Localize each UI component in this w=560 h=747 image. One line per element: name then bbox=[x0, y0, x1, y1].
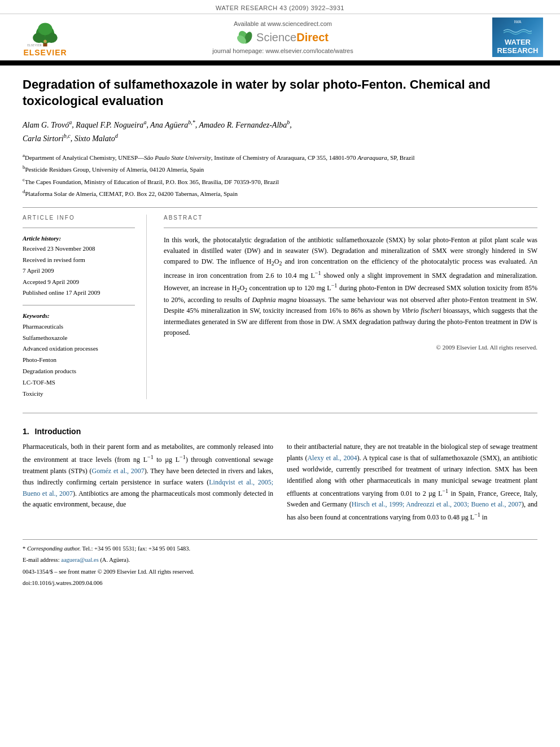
keyword-7: Toxicity bbox=[23, 388, 135, 400]
header-bar: ELSEVIER ELSEVIER Available at www.scien… bbox=[0, 14, 560, 62]
accepted-date: Accepted 9 April 2009 bbox=[23, 277, 135, 287]
history-label: Article history: bbox=[23, 235, 135, 242]
header-center: Available at www.sciencedirect.com Scien… bbox=[73, 20, 492, 54]
journal-homepage: journal homepage: www.elsevier.com/locat… bbox=[73, 47, 492, 54]
footnote-rights: 0043-1354/$ – see front matter © 2009 El… bbox=[23, 567, 537, 577]
keyword-6: LC-TOF-MS bbox=[23, 377, 135, 388]
published-online: Published online 17 April 2009 bbox=[23, 288, 135, 298]
keyword-1: Pharmaceuticals bbox=[23, 321, 135, 333]
abstract-header: ABSTRACT bbox=[164, 215, 537, 221]
abstract-section: ABSTRACT In this work, the photocatalyti… bbox=[164, 215, 537, 351]
received-revised-label: Received in revised form bbox=[23, 255, 135, 265]
article-content: Degradation of sulfamethoxazole in water… bbox=[0, 65, 560, 601]
article-info-col: ARTICLE INFO Article history: Received 2… bbox=[23, 215, 147, 400]
intro-columns: Pharmaceuticals, both in their parent fo… bbox=[23, 442, 537, 528]
footnotes: * Corresponding author. Tel.: +34 95 001… bbox=[23, 539, 537, 588]
divider-abs bbox=[164, 228, 537, 228]
svg-point-5 bbox=[43, 40, 46, 42]
copyright-text: © 2009 Elsevier Ltd. All rights reserved… bbox=[164, 344, 537, 351]
svg-text:ELSEVIER: ELSEVIER bbox=[27, 43, 42, 47]
divider-intro bbox=[23, 413, 537, 413]
intro-left-text: Pharmaceuticals, both in their parent fo… bbox=[23, 442, 273, 510]
two-col-section: ARTICLE INFO Article history: Received 2… bbox=[23, 215, 537, 400]
svg-point-4 bbox=[38, 23, 52, 35]
keyword-4: Photo-Fenton bbox=[23, 355, 135, 366]
article-info-header: ARTICLE INFO bbox=[23, 215, 135, 221]
divider-kw bbox=[23, 305, 135, 305]
divider-1 bbox=[23, 207, 537, 208]
affiliations: aDepartment of Analytical Chemistry, UNE… bbox=[23, 152, 537, 198]
intro-right-col: to their antibacterial nature, they are … bbox=[287, 442, 537, 528]
abstract-text: In this work, the photocatalytic degrada… bbox=[164, 235, 537, 338]
sciencedirect-text: ScienceDirect bbox=[256, 30, 329, 45]
page-wrapper: WATER RESEARCH 43 (2009) 3922–3931 ELSEV… bbox=[0, 0, 560, 747]
footnote-doi: doi:10.1016/j.watres.2009.04.006 bbox=[23, 579, 537, 588]
intro-title: 1. Introduction bbox=[23, 427, 537, 436]
revised-date: 7 April 2009 bbox=[23, 266, 135, 276]
intro-number: 1. bbox=[23, 427, 29, 436]
intro-title-text: Introduction bbox=[35, 427, 81, 436]
divider-ai bbox=[23, 228, 135, 228]
article-history: Article history: Received 23 November 20… bbox=[23, 235, 135, 298]
elsevier-logo: ELSEVIER ELSEVIER bbox=[17, 18, 73, 57]
introduction-section: 1. Introduction Pharmaceuticals, both in… bbox=[23, 427, 537, 528]
available-text: Available at www.sciencedirect.com bbox=[73, 20, 492, 27]
footnote-corresponding: * Corresponding author. Tel.: +34 95 001… bbox=[23, 544, 537, 554]
footnote-email: E-mail address: aaguera@ual.es (A. Agüer… bbox=[23, 556, 537, 565]
keywords-label: Keywords: bbox=[23, 312, 135, 319]
keyword-2: Sulfamethoxazole bbox=[23, 333, 135, 344]
abstract-col: ABSTRACT In this work, the photocatalyti… bbox=[164, 215, 537, 400]
water-research-logo: IWA WATER RESEARCH bbox=[492, 18, 543, 57]
sd-leaves-icon bbox=[237, 29, 254, 45]
journal-citation: WATER RESEARCH 43 (2009) 3922–3931 bbox=[0, 0, 560, 14]
keyword-5: Degradation products bbox=[23, 366, 135, 377]
intro-left-col: Pharmaceuticals, both in their parent fo… bbox=[23, 442, 273, 528]
authors: Alam G. Trovóa, Raquel F.P. Nogueiraa, A… bbox=[23, 118, 537, 145]
citation-text: WATER RESEARCH 43 (2009) 3922–3931 bbox=[216, 5, 344, 11]
article-title: Degradation of sulfamethoxazole in water… bbox=[23, 77, 537, 109]
keyword-3: Advanced oxidation processes bbox=[23, 343, 135, 355]
elsevier-tree-icon: ELSEVIER bbox=[23, 20, 68, 48]
keywords-section: Keywords: Pharmaceuticals Sulfamethoxazo… bbox=[23, 312, 135, 400]
sciencedirect-logo: ScienceDirect bbox=[73, 29, 492, 45]
wr-top: IWA bbox=[514, 20, 522, 24]
elsevier-label: ELSEVIER bbox=[23, 48, 67, 57]
intro-right-text: to their antibacterial nature, they are … bbox=[287, 442, 537, 523]
wr-title: WATER RESEARCH bbox=[495, 38, 541, 55]
received-date: Received 23 November 2008 bbox=[23, 244, 135, 254]
